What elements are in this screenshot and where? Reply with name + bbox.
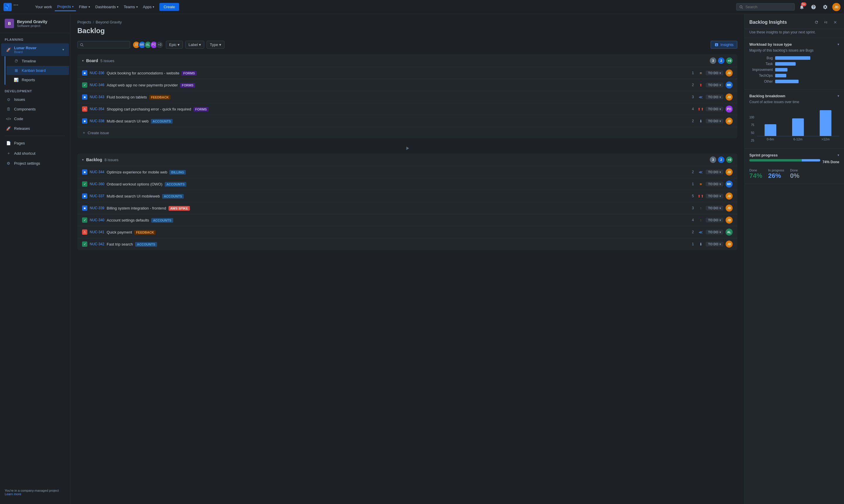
table-row[interactable]: ✓ NUC-340 Account settings defaults ACCO…: [77, 214, 737, 226]
issue-key[interactable]: NUC-337: [90, 194, 104, 198]
learn-more-link[interactable]: Learn more: [5, 492, 21, 496]
create-button[interactable]: Create: [159, 3, 179, 11]
table-row[interactable]: ⚠ NUC-341 Quick payment FEEDBACK 2 ≪ TO …: [77, 226, 737, 238]
chart-bar-1: [765, 124, 776, 136]
code-label: Code: [14, 116, 64, 121]
issue-key[interactable]: NUC-360: [90, 182, 104, 186]
issue-key[interactable]: NUC-354: [90, 107, 104, 111]
workload-bar-improvement: [775, 68, 787, 72]
priority-low-icon: ≪: [698, 230, 703, 235]
status-badge[interactable]: TO DO▾: [706, 230, 723, 234]
issue-key[interactable]: NUC-341: [90, 230, 104, 234]
issue-summary: Fast trip search ACCOUNTS: [107, 242, 687, 247]
table-row[interactable]: ■ NUC-338 Multi-dest search UI web ACCOU…: [77, 115, 737, 127]
status-badge[interactable]: TO DO▾: [706, 242, 723, 247]
create-issue-row[interactable]: ＋ Create issue: [77, 127, 737, 138]
issue-key[interactable]: NUC-342: [90, 242, 104, 246]
search-filter[interactable]: [77, 41, 130, 48]
table-row[interactable]: ■ NUC-337 Multi-dest search UI mobileweb…: [77, 190, 737, 202]
issue-key[interactable]: NUC-336: [90, 71, 104, 75]
issue-key[interactable]: NUC-344: [90, 170, 104, 174]
projects-link[interactable]: Projects▾: [55, 3, 76, 11]
table-row[interactable]: ✓ NUC-346 Adapt web app no new payments …: [77, 79, 737, 91]
sidebar-item-kanban[interactable]: ⊞ Kanban board: [6, 66, 69, 75]
sidebar-item-pages[interactable]: 📄 Pages: [1, 139, 69, 148]
status-badge[interactable]: TO DO▾: [706, 71, 723, 75]
issue-key[interactable]: NUC-338: [90, 119, 104, 123]
sprint-chevron[interactable]: ▾: [838, 153, 839, 157]
sidebar-item-project-settings[interactable]: ⚙ Project settings: [1, 159, 69, 168]
filter-search-input[interactable]: [85, 42, 127, 47]
table-row[interactable]: ✓ NUC-360 Onboard workout options (OWO) …: [77, 178, 737, 190]
sidebar-board-parent[interactable]: 🚀 Lunar Rover Board ▾: [1, 43, 69, 56]
sidebar-item-issues[interactable]: ⊙ Issues: [1, 95, 69, 104]
timeline-icon: ⏱: [14, 59, 19, 63]
user-avatar[interactable]: JD: [832, 3, 841, 11]
issue-key[interactable]: NUC-340: [90, 218, 104, 222]
sprint-done-bar: [749, 159, 802, 161]
backlog-section-header[interactable]: ▾ Backlog 8 issues 3 2 +0: [77, 154, 737, 166]
table-row[interactable]: ■ NUC-343 Fluid booking on tablets FEEDB…: [77, 91, 737, 103]
insights-refresh-button[interactable]: [812, 18, 821, 26]
search-box[interactable]: [736, 3, 795, 11]
notifications-button[interactable]: 9+: [797, 2, 807, 12]
epic-filter[interactable]: Epic ▾: [166, 41, 183, 49]
table-row[interactable]: ■ NUC-344 Optimize experience for mobile…: [77, 166, 737, 178]
sprint-stat-done: Done 74%: [749, 168, 762, 180]
issue-summary: Fluid booking on tablets FEEDBACK: [107, 95, 687, 99]
table-row[interactable]: ⚠ NUC-354 Shopping cart purchasing error…: [77, 103, 737, 115]
breadcrumb-project[interactable]: Beyond Gravity: [96, 20, 122, 24]
sprint-done-val: 74%: [749, 172, 762, 180]
issue-key[interactable]: NUC-346: [90, 83, 104, 87]
issue-num: 2: [690, 119, 696, 123]
insights-switch-button[interactable]: [822, 18, 830, 26]
breadcrumb-projects[interactable]: Projects: [77, 20, 91, 24]
status-badge[interactable]: TO DO▾: [706, 83, 723, 87]
status-badge[interactable]: TO DO▾: [706, 206, 723, 210]
status-badge[interactable]: TO DO▾: [706, 107, 723, 111]
avatar-extra-count[interactable]: +3: [156, 41, 163, 49]
settings-button[interactable]: [821, 2, 830, 12]
sidebar-item-components[interactable]: 🗓 Components: [1, 105, 69, 114]
dashboards-link[interactable]: Dashboards▾: [93, 3, 121, 11]
insights-close-button[interactable]: [831, 18, 839, 26]
status-badge[interactable]: TO DO▾: [706, 95, 723, 99]
status-badge[interactable]: TO DO▾: [706, 194, 723, 198]
teams-link[interactable]: Teams▾: [121, 3, 140, 11]
table-row[interactable]: ■ NUC-339 Billing system integration - f…: [77, 202, 737, 214]
issue-key[interactable]: NUC-343: [90, 95, 104, 99]
status-badge[interactable]: TO DO▾: [706, 170, 723, 174]
issue-key[interactable]: NUC-339: [90, 206, 104, 210]
jira-logo[interactable]: Jira: [3, 3, 28, 11]
status-badge[interactable]: TO DO▾: [706, 218, 723, 222]
filter-link[interactable]: Filter▾: [76, 3, 92, 11]
table-row[interactable]: ✓ NUC-342 Fast trip search ACCOUNTS 1 ⬇ …: [77, 238, 737, 250]
board-section-header[interactable]: ▾ Board 5 issues 3 2 +0: [77, 54, 737, 67]
status-badge[interactable]: TO DO▾: [706, 119, 723, 123]
sidebar-item-add-shortcut[interactable]: ＋ Add shortcut: [1, 148, 69, 158]
insights-button[interactable]: Insights: [711, 41, 737, 49]
breadcrumb-sep1: /: [93, 20, 94, 24]
sidebar-header: B Beyond Gravity Software project: [0, 14, 70, 33]
sidebar-item-timeline[interactable]: ⏱ Timeline: [6, 57, 69, 66]
status-badge[interactable]: TO DO▾: [706, 182, 723, 186]
issue-type-icon: ■: [82, 193, 87, 199]
workload-section-title: Workload by issue type: [749, 42, 792, 47]
your-work-link[interactable]: Your work: [33, 3, 54, 11]
sidebar-item-releases[interactable]: 🚀 Releases: [1, 124, 69, 133]
svg-point-1: [740, 5, 742, 8]
breakdown-chevron[interactable]: ▾: [838, 94, 839, 98]
sidebar-item-code[interactable]: </> Code: [1, 114, 69, 123]
help-button[interactable]: [809, 2, 818, 12]
project-type: Software project: [17, 24, 47, 28]
label-filter[interactable]: Label ▾: [185, 41, 204, 49]
issue-type-icon: ■: [82, 94, 87, 100]
sidebar-item-reports[interactable]: 📊 Reports: [6, 75, 69, 84]
table-row[interactable]: ■ NUC-336 Quick booking for accomodation…: [77, 67, 737, 79]
priority-low-icon: ≪: [698, 94, 703, 100]
apps-link[interactable]: Apps▾: [141, 3, 157, 11]
search-input[interactable]: [745, 5, 792, 9]
type-filter[interactable]: Type ▾: [206, 41, 225, 49]
workload-chevron[interactable]: ▾: [838, 42, 839, 46]
code-icon: </>: [6, 117, 11, 121]
